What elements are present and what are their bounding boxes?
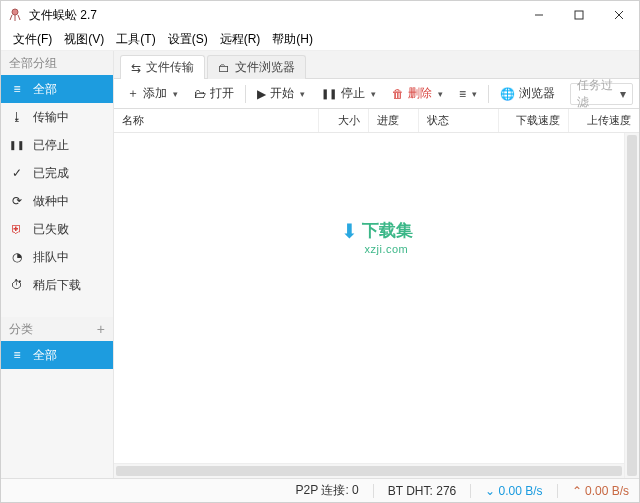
minimize-button[interactable] [519, 1, 559, 29]
folder-open-icon: 🗁 [194, 87, 206, 101]
sidebar-item-label: 全部 [33, 347, 57, 364]
add-button[interactable]: ＋ 添加 ▾ [120, 82, 185, 106]
maximize-button[interactable] [559, 1, 599, 29]
sidebar-item-later[interactable]: ⏱ 稍后下载 [1, 271, 113, 299]
col-status[interactable]: 状态 [419, 109, 499, 132]
sidebar-item-label: 传输中 [33, 109, 69, 126]
chevron-down-icon: ▾ [371, 89, 376, 99]
browser-button[interactable]: 🌐 浏览器 [493, 82, 562, 106]
sidebar-item-completed[interactable]: ✓ 已完成 [1, 159, 113, 187]
sidebar-item-label: 全部 [33, 81, 57, 98]
status-dht: BT DHT: 276 [388, 484, 457, 498]
tab-label: 文件传输 [146, 59, 194, 76]
plus-icon: ＋ [127, 85, 139, 102]
transfer-icon: ⇆ [131, 61, 141, 75]
col-up-speed[interactable]: 上传速度 [569, 109, 639, 132]
titlebar[interactable]: 文件蜈蚣 2.7 [1, 1, 639, 29]
col-size[interactable]: 大小 [319, 109, 369, 132]
sidebar-item-label: 排队中 [33, 249, 69, 266]
add-category-icon[interactable]: + [97, 321, 105, 337]
chevron-down-icon: ▾ [300, 89, 305, 99]
filter-placeholder: 任务过滤 [577, 77, 620, 111]
status-upload-speed: ⌃ 0.00 B/s [572, 484, 629, 498]
shield-icon: ⛨ [9, 222, 25, 236]
sidebar-item-seeding[interactable]: ⟳ 做种中 [1, 187, 113, 215]
menu-file[interactable]: 文件(F) [7, 31, 58, 48]
pause-icon: ❚❚ [9, 140, 25, 150]
folder-icon: 🗀 [218, 61, 230, 75]
statusbar: P2P 连接: 0 BT DHT: 276 ⌄ 0.00 B/s ⌃ 0.00 … [1, 478, 639, 502]
pause-button[interactable]: ❚❚ 停止 ▾ [314, 82, 383, 106]
close-button[interactable] [599, 1, 639, 29]
tab-browser[interactable]: 🗀 文件浏览器 [207, 55, 306, 79]
sidebar-item-label: 已停止 [33, 137, 69, 154]
svg-rect-2 [575, 11, 583, 19]
list-icon: ≡ [9, 348, 25, 362]
sidebar-category-all[interactable]: ≡ 全部 [1, 341, 113, 369]
sidebar-item-queued[interactable]: ◔ 排队中 [1, 243, 113, 271]
up-arrow-icon: ⌃ [572, 484, 582, 498]
clock-icon: ◔ [9, 250, 25, 264]
body: 全部分组 ≡ 全部 ⭳ 传输中 ❚❚ 已停止 ✓ 已完成 ⟳ 做种中 [1, 51, 639, 478]
sidebar-item-label: 已完成 [33, 165, 69, 182]
sidebar-item-failed[interactable]: ⛨ 已失败 [1, 215, 113, 243]
sidebar-item-all[interactable]: ≡ 全部 [1, 75, 113, 103]
main-panel: ⇆ 文件传输 🗀 文件浏览器 ＋ 添加 ▾ 🗁 打开 [114, 51, 639, 478]
chevron-down-icon: ▾ [620, 87, 626, 101]
menu-tools[interactable]: 工具(T) [110, 31, 161, 48]
task-list: ⬇ 下载集 xzji.com [114, 133, 639, 478]
play-icon: ▶ [257, 87, 266, 101]
chevron-down-icon: ▾ [173, 89, 178, 99]
col-name[interactable]: 名称 [114, 109, 319, 132]
sidebar-item-label: 已失败 [33, 221, 69, 238]
horizontal-scrollbar[interactable] [114, 463, 624, 478]
menu-view[interactable]: 视图(V) [58, 31, 110, 48]
menubar: 文件(F) 视图(V) 工具(T) 设置(S) 远程(R) 帮助(H) [1, 29, 639, 51]
menu-settings[interactable]: 设置(S) [162, 31, 214, 48]
separator [488, 85, 489, 103]
start-button[interactable]: ▶ 开始 ▾ [250, 82, 312, 106]
refresh-icon: ⟳ [9, 194, 25, 208]
app-icon [7, 7, 23, 23]
trash-icon: 🗑 [392, 87, 404, 101]
table-headers: 名称 大小 进度 状态 下载速度 上传速度 [114, 109, 639, 133]
chevron-down-icon: ▾ [472, 89, 477, 99]
app-window: 文件蜈蚣 2.7 文件(F) 视图(V) 工具(T) 设置(S) 远程(R) 帮… [0, 0, 640, 503]
status-download-speed: ⌄ 0.00 B/s [485, 484, 542, 498]
download-icon: ⭳ [9, 110, 25, 124]
window-controls [519, 1, 639, 29]
tab-label: 文件浏览器 [235, 59, 295, 76]
col-down-speed[interactable]: 下载速度 [499, 109, 569, 132]
sidebar-item-stopped[interactable]: ❚❚ 已停止 [1, 131, 113, 159]
check-icon: ✓ [9, 166, 25, 180]
download-arrow-icon: ⬇ [341, 219, 358, 243]
svg-point-0 [12, 9, 18, 15]
timer-icon: ⏱ [9, 278, 25, 292]
menu-remote[interactable]: 远程(R) [214, 31, 267, 48]
open-button[interactable]: 🗁 打开 [187, 82, 241, 106]
more-button[interactable]: ≡ ▾ [452, 82, 484, 106]
vertical-scrollbar[interactable] [624, 133, 639, 478]
sidebar-group-category-label: 分类 + [1, 317, 113, 341]
globe-icon: 🌐 [500, 87, 515, 101]
separator [245, 85, 246, 103]
filter-input[interactable]: 任务过滤 ▾ [570, 83, 633, 105]
separator [470, 484, 471, 498]
list-icon: ≡ [9, 82, 25, 96]
toolbar: ＋ 添加 ▾ 🗁 打开 ▶ 开始 ▾ ❚❚ 停止 ▾ [114, 79, 639, 109]
window-title: 文件蜈蚣 2.7 [29, 7, 519, 24]
sidebar-item-transferring[interactable]: ⭳ 传输中 [1, 103, 113, 131]
down-arrow-icon: ⌄ [485, 484, 495, 498]
status-p2p: P2P 连接: 0 [296, 482, 359, 499]
watermark: ⬇ 下载集 xzji.com [341, 219, 413, 255]
sidebar-item-label: 稍后下载 [33, 277, 81, 294]
delete-button[interactable]: 🗑 删除 ▾ [385, 82, 450, 106]
list-icon: ≡ [459, 87, 466, 101]
sidebar: 全部分组 ≡ 全部 ⭳ 传输中 ❚❚ 已停止 ✓ 已完成 ⟳ 做种中 [1, 51, 114, 478]
chevron-down-icon: ▾ [438, 89, 443, 99]
separator [557, 484, 558, 498]
watermark-text: 下载集 [362, 219, 413, 242]
menu-help[interactable]: 帮助(H) [266, 31, 319, 48]
tab-transfer[interactable]: ⇆ 文件传输 [120, 55, 205, 79]
col-progress[interactable]: 进度 [369, 109, 419, 132]
